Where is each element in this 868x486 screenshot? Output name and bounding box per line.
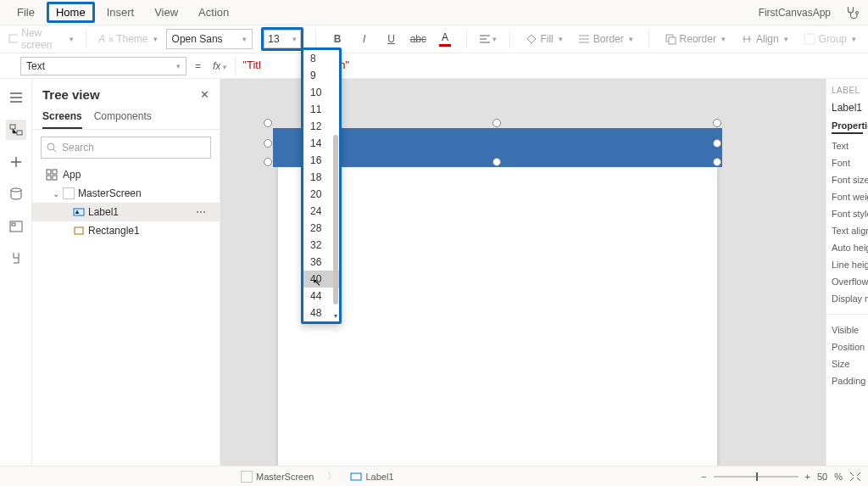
rail-tree-icon[interactable]: [6, 120, 26, 140]
rail-data-icon[interactable]: [6, 184, 26, 204]
prop-row[interactable]: Font: [832, 158, 863, 168]
menu-home[interactable]: Home: [47, 2, 95, 23]
prop-row[interactable]: Text: [832, 141, 863, 151]
reorder-button[interactable]: Reorder▾: [661, 33, 729, 45]
status-bar: MasterScreen 〉 Label1 − + 50 %: [0, 466, 868, 486]
tree-view-pane: Tree view ✕ Screens Components Search Ap…: [32, 79, 220, 466]
prop-row[interactable]: Size: [832, 359, 863, 369]
font-size-dropdown[interactable]: 891011121416182024283236404448▾: [301, 47, 342, 324]
menu-view[interactable]: View: [146, 3, 186, 22]
chevron-down-icon[interactable]: ⌄: [53, 189, 59, 198]
more-icon[interactable]: ⋯: [196, 206, 211, 218]
tab-components[interactable]: Components: [94, 110, 152, 129]
fill-button[interactable]: Fill▾: [521, 33, 565, 45]
resize-handle[interactable]: [492, 158, 501, 166]
menu-insert[interactable]: Insert: [98, 3, 143, 22]
strikethrough-button[interactable]: abc: [409, 29, 427, 49]
fit-icon[interactable]: [849, 472, 861, 482]
resize-handle[interactable]: [264, 139, 272, 148]
prop-row[interactable]: Visible: [832, 325, 863, 335]
zoom-slider[interactable]: [714, 476, 798, 478]
tab-screens[interactable]: Screens: [42, 110, 82, 129]
new-screen-button[interactable]: New screen▾: [8, 27, 74, 51]
tree-node-masterscreen[interactable]: ⌄ MasterScreen: [32, 184, 220, 203]
font-size-option[interactable]: 9: [303, 67, 339, 84]
prop-row[interactable]: Overflow: [832, 277, 863, 287]
app-icon: [46, 169, 58, 181]
resize-handle[interactable]: [492, 119, 501, 127]
property-selector[interactable]: Text▾: [20, 57, 186, 75]
close-icon[interactable]: ✕: [200, 88, 209, 101]
prop-row[interactable]: Padding: [832, 376, 863, 386]
breadcrumb-separator: 〉: [327, 470, 337, 483]
tree-node-label1[interactable]: Label1 ⋯: [32, 203, 220, 221]
font-size-option[interactable]: 10: [303, 84, 339, 101]
svg-rect-12: [47, 176, 51, 180]
breadcrumb-control[interactable]: Label1: [345, 471, 398, 483]
theme-button[interactable]: Aa Theme▾: [98, 33, 157, 45]
formula-bar: Text▾ = fx▾ "TitlxxxxxxxxxScreen": [0, 53, 868, 79]
bold-button[interactable]: B: [328, 29, 347, 49]
menu-file[interactable]: File: [8, 3, 43, 22]
prop-row[interactable]: Auto height: [832, 243, 863, 253]
search-icon: [47, 142, 57, 153]
svg-rect-4: [10, 125, 15, 129]
align-button[interactable]: Align▾: [737, 33, 792, 45]
border-button[interactable]: Border▾: [575, 33, 637, 45]
breadcrumb-screen[interactable]: MasterScreen: [236, 471, 319, 483]
prop-row[interactable]: Font weight: [832, 192, 863, 202]
rail-tools-icon[interactable]: [6, 249, 26, 269]
tree-node-rectangle1[interactable]: Rectangle1: [32, 221, 220, 240]
rail-hamburger-icon[interactable]: [6, 87, 26, 108]
font-size-option[interactable]: 11: [303, 101, 339, 118]
scroll-down-icon[interactable]: ▾: [334, 312, 337, 320]
text-align-button[interactable]: ▾: [479, 29, 498, 49]
prop-row[interactable]: Font style: [832, 209, 863, 219]
stethoscope-icon[interactable]: [839, 5, 860, 20]
svg-rect-14: [74, 209, 84, 215]
label-icon: [350, 471, 362, 483]
tree-search-input[interactable]: Search: [41, 137, 211, 159]
screen-icon: [241, 471, 253, 483]
scrollbar[interactable]: [333, 135, 338, 304]
svg-rect-10: [47, 170, 51, 174]
italic-button[interactable]: I: [355, 29, 374, 49]
resize-handle[interactable]: [713, 119, 721, 127]
font-name-combo[interactable]: Open Sans▾: [166, 29, 253, 49]
left-rail: [0, 79, 32, 466]
rail-media-icon[interactable]: [6, 216, 26, 237]
font-size-option[interactable]: 8: [303, 50, 339, 67]
underline-button[interactable]: U: [382, 29, 401, 49]
svg-point-9: [47, 143, 54, 150]
prop-row[interactable]: Text alignment: [832, 226, 863, 236]
resize-handle[interactable]: [713, 139, 721, 148]
tab-properties[interactable]: Properties: [832, 120, 863, 134]
label-icon: [73, 206, 85, 218]
font-size-option[interactable]: 12: [303, 118, 339, 135]
font-size-combo[interactable]: 13▾: [261, 27, 303, 51]
rail-add-icon[interactable]: [6, 152, 26, 172]
svg-rect-15: [75, 227, 83, 234]
screen-icon: [63, 187, 75, 199]
prop-row[interactable]: Font size: [832, 175, 863, 185]
menu-action[interactable]: Action: [190, 3, 237, 22]
svg-rect-3: [804, 34, 815, 44]
font-color-button[interactable]: A: [436, 29, 454, 49]
zoom-unit: %: [834, 472, 843, 482]
prop-row[interactable]: Position: [832, 342, 863, 352]
group-button[interactable]: Group▾: [800, 33, 860, 45]
resize-handle[interactable]: [713, 158, 721, 166]
svg-rect-13: [53, 176, 57, 180]
zoom-in-button[interactable]: +: [805, 472, 810, 482]
tree-app-node[interactable]: App: [32, 165, 220, 184]
app-name-label: FirstCanvasApp: [759, 7, 836, 19]
prop-row[interactable]: Line height: [832, 260, 863, 270]
svg-rect-8: [12, 223, 15, 226]
resize-handle[interactable]: [264, 119, 272, 127]
prop-row[interactable]: Display mode: [832, 293, 863, 304]
prop-control-name: Label1: [832, 102, 863, 114]
screen-canvas[interactable]: [278, 133, 717, 466]
properties-pane: LABEL Label1 Properties Text Font Font s…: [826, 79, 868, 466]
zoom-out-button[interactable]: −: [701, 472, 706, 482]
resize-handle[interactable]: [264, 158, 272, 166]
